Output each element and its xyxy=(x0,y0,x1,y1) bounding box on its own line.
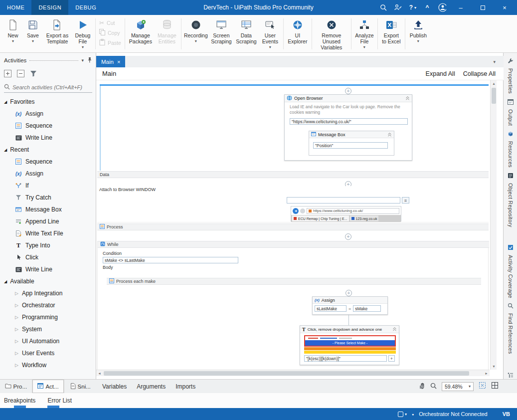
paste-button[interactable]: Paste xyxy=(99,39,121,46)
data-sequence-header[interactable]: Data xyxy=(97,171,489,178)
ribbon-tab-design[interactable]: DESIGN xyxy=(31,0,68,15)
tab-main[interactable]: Main × xyxy=(96,56,125,67)
while-condition-input[interactable] xyxy=(103,257,238,263)
open-browser-activity[interactable]: Open Browser Load IE and navigate to the… xyxy=(284,94,412,161)
scroll-down-icon[interactable]: ▾ xyxy=(491,363,497,370)
tab-project[interactable]: Pro... xyxy=(0,380,32,393)
data-scraping-button[interactable]: Data Scraping xyxy=(234,17,259,46)
panel-tab-find-references[interactable]: Find References xyxy=(504,298,517,354)
ribbon-tab-home[interactable]: HOME xyxy=(0,0,31,15)
publish-button[interactable]: Publish▾ xyxy=(407,17,430,45)
tab-snippets[interactable]: Sni... xyxy=(64,380,96,393)
help-button[interactable]: ? ▾ xyxy=(409,3,416,11)
inner-sequence-header[interactable]: Process each make xyxy=(107,278,481,285)
tree-item-app-integration[interactable]: ▷App Integration xyxy=(0,287,96,299)
user-events-button[interactable]: User Events▾ xyxy=(259,17,282,51)
maximize-button[interactable] xyxy=(475,0,490,15)
scrollbar-thumb[interactable] xyxy=(104,371,469,376)
scroll-up-icon[interactable]: ▴ xyxy=(491,80,497,87)
tree-item-type-into[interactable]: TType Into xyxy=(0,239,96,251)
collapse-chevron-icon[interactable] xyxy=(405,96,410,100)
process-sequence-header[interactable]: Process xyxy=(97,223,489,230)
assign-activity[interactable]: (x) Assign = xyxy=(312,296,388,315)
tree-group-recent[interactable]: ◢Recent xyxy=(0,144,96,156)
imports-tab[interactable]: Imports xyxy=(175,383,195,390)
panel-tab-object-repository[interactable]: Object Repository xyxy=(504,168,517,227)
assign-value-input[interactable] xyxy=(353,305,381,312)
new-button[interactable]: New▾ xyxy=(3,17,23,45)
expand-all-link[interactable]: Expand All xyxy=(426,70,455,77)
workflow-canvas[interactable]: + Open Browser Load IE and navigate to t… xyxy=(96,80,490,370)
cut-button[interactable]: ✂Cut xyxy=(99,19,121,26)
scrollbar-thumb[interactable] xyxy=(492,88,496,104)
search-icon[interactable] xyxy=(379,3,387,11)
tree-item-sequence[interactable]: Sequence xyxy=(0,156,96,168)
breadcrumb[interactable]: Main xyxy=(102,70,116,77)
manage-packages-button[interactable]: Manage Packages xyxy=(127,17,155,46)
collapse-chevron-icon[interactable] xyxy=(387,133,392,137)
tree-item-orchestrator[interactable]: ▷Orchestrator xyxy=(0,299,96,311)
type-into-text-input[interactable] xyxy=(304,355,387,362)
assign-to-input[interactable] xyxy=(315,305,346,312)
pan-hand-icon[interactable] xyxy=(418,382,425,391)
panel-tab-activity-coverage[interactable]: Activity Coverage xyxy=(504,239,517,298)
panel-tab-properties[interactable]: Properties xyxy=(504,53,517,94)
zoom-magnifier-icon[interactable] xyxy=(430,382,437,391)
minimize-button[interactable]: – xyxy=(453,0,468,15)
panel-tab-output[interactable]: Output xyxy=(504,94,517,126)
tree-item-append-line[interactable]: Append Line xyxy=(0,215,96,227)
horizontal-scrollbar[interactable]: ◂ ▸ xyxy=(96,370,490,376)
tree-item-user-events[interactable]: ▷User Events xyxy=(0,347,96,359)
recording-button[interactable]: Recording▾ xyxy=(183,17,209,45)
selector-menu-button[interactable]: ≡ xyxy=(402,197,409,204)
tree-item-write-text-file[interactable]: Write Text File xyxy=(0,227,96,239)
panel-tab-resources[interactable]: Resources xyxy=(504,126,517,168)
tree-item-workflow[interactable]: ▷Workflow xyxy=(0,359,96,371)
manage-entities-button[interactable]: Manage Entities xyxy=(155,17,179,46)
fit-to-screen-icon[interactable] xyxy=(479,382,486,391)
tree-item-write-line[interactable]: Write Line xyxy=(0,132,96,144)
tab-list-caret-icon[interactable]: ▾ xyxy=(493,59,504,64)
zoom-level-select[interactable]: 59.48% ▾ xyxy=(442,382,474,391)
attach-browser-activity[interactable]: Attach to Browser WINDOW ≡ ◂ https://www… xyxy=(97,186,489,222)
while-header[interactable]: While xyxy=(98,241,489,248)
tree-item-assign[interactable]: (x)Assign xyxy=(0,168,96,180)
tree-item-message-box[interactable]: Message Box xyxy=(0,204,96,215)
filter-icon[interactable] xyxy=(29,69,38,78)
debug-file-button[interactable]: Debug File▾ xyxy=(72,17,94,51)
orchestrator-status[interactable]: Orchestrator Not Connected xyxy=(419,411,488,417)
close-button[interactable]: × xyxy=(497,0,512,15)
type-into-activity[interactable]: T Click, remove dropdown and advance one… xyxy=(300,325,399,365)
expand-editor-button[interactable]: + xyxy=(388,355,395,362)
breakpoints-tab[interactable]: Breakpoints xyxy=(4,397,35,404)
tree-item-ui-automation[interactable]: ▷UI Automation xyxy=(0,335,96,347)
message-box-text-input[interactable] xyxy=(313,142,388,149)
ui-explorer-button[interactable]: UI Explorer xyxy=(285,17,310,46)
tree-item-assign[interactable]: (x)Assign xyxy=(0,108,96,120)
panel-menu-caret-icon[interactable]: ▾ xyxy=(81,58,84,63)
add-activity-icon[interactable]: + xyxy=(345,88,351,94)
tree-item-click[interactable]: Click xyxy=(0,251,96,263)
tree-item-try-catch[interactable]: Try Catch xyxy=(0,192,96,204)
tree-item-system[interactable]: ▷System xyxy=(0,323,96,335)
tree-item-sequence[interactable]: Sequence xyxy=(0,120,96,132)
collapse-all-tree-icon[interactable] xyxy=(16,69,25,78)
tree-group-favorites[interactable]: ◢Favorites xyxy=(0,96,96,108)
attach-selector-input[interactable] xyxy=(287,197,400,204)
export-as-template-button[interactable]: Export as Template xyxy=(43,17,72,46)
analyze-file-button[interactable]: Analyze File▾ xyxy=(353,17,376,51)
reset-zoom-icon[interactable] xyxy=(491,382,499,391)
vertical-scrollbar[interactable]: ▴ ▾ xyxy=(490,80,497,370)
tree-item-if[interactable]: If xyxy=(0,180,96,192)
save-button[interactable]: Save▾ xyxy=(23,17,43,45)
browser-thumbnail[interactable]: ◂ https://www.celtictuning.co.uk/ ECU Re… xyxy=(291,206,401,221)
message-box-activity[interactable]: Message Box xyxy=(309,131,394,156)
add-activity-icon[interactable]: + xyxy=(345,290,352,296)
ribbon-tab-debug[interactable]: DEBUG xyxy=(68,0,103,15)
tree-item-programming[interactable]: ▷Programming xyxy=(0,311,96,323)
feedback-icon[interactable] xyxy=(394,3,402,11)
open-browser-url-input[interactable] xyxy=(290,118,408,125)
variables-tab[interactable]: Variables xyxy=(102,383,127,390)
collapse-ribbon-icon[interactable]: ^ xyxy=(423,3,431,11)
add-activity-icon[interactable]: + xyxy=(345,233,351,240)
